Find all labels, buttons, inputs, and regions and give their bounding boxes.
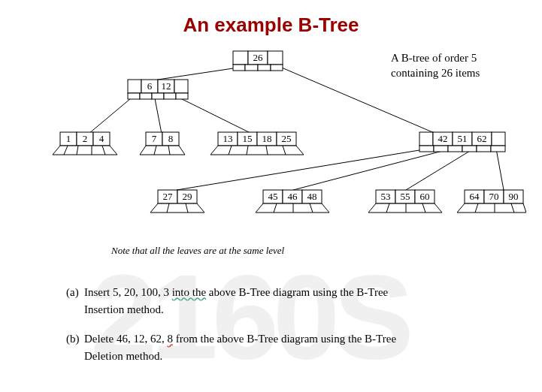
svg-text:45: 45 [268,191,278,202]
svg-rect-20 [174,80,188,93]
leaf-7-8: 78 [140,132,185,155]
note-same-level: Note that all the leaves are at the same… [111,245,284,257]
svg-text:60: 60 [420,191,430,202]
leaf-45-46-48: 454648 [256,190,329,213]
svg-text:64: 64 [470,191,480,202]
svg-text:1: 1 [66,133,71,144]
node-6-12: 6 12 [128,80,188,99]
svg-text:62: 62 [477,133,487,144]
svg-text:4: 4 [99,133,104,144]
svg-rect-37 [434,146,448,152]
svg-text:51: 51 [458,133,468,144]
svg-text:42: 42 [438,133,448,144]
qb-underline: 8 [167,333,173,345]
svg-line-3 [154,95,162,134]
svg-text:90: 90 [509,191,519,202]
question-b: (b) Delete 46, 12, 62, 8 from the above … [84,330,396,364]
svg-rect-27 [176,93,188,99]
svg-line-8 [496,149,504,190]
node-root: 26 [233,51,283,71]
question-a-label: (a) [66,284,79,301]
leaf-1-2-4: 124 [53,132,117,155]
svg-line-6 [293,149,451,190]
svg-rect-24 [140,93,152,99]
svg-marker-86 [256,204,329,213]
svg-text:18: 18 [262,133,272,144]
page-title: An example B-Tree [0,0,542,37]
leaf-53-55-60: 535560 [368,190,442,213]
svg-rect-32 [492,132,505,146]
svg-marker-48 [53,146,117,155]
svg-rect-11 [268,51,283,65]
svg-rect-40 [477,146,491,152]
qa-text-1: Insert 5, 20, 100, 3 [84,286,172,298]
svg-text:25: 25 [282,133,292,144]
svg-text:46: 46 [288,191,298,202]
svg-rect-15 [258,65,271,71]
svg-marker-77 [150,204,204,213]
svg-rect-38 [448,146,462,152]
qb-text-1: Delete 46, 12, 62, [84,333,167,345]
svg-text:7: 7 [152,133,157,144]
svg-rect-13 [233,65,245,71]
qa-underline: into the [172,286,206,298]
svg-rect-16 [271,65,283,71]
svg-text:29: 29 [183,191,192,202]
qa-text-2: above B-Tree diagram using the B-Tree [206,286,388,298]
svg-text:8: 8 [168,133,174,144]
svg-rect-26 [164,93,176,99]
svg-text:53: 53 [381,191,391,202]
svg-text:2: 2 [83,133,88,144]
svg-marker-106 [457,204,526,213]
leaf-27-29: 2729 [150,190,204,213]
svg-line-2 [89,95,135,134]
svg-line-1 [278,66,436,134]
svg-text:12: 12 [162,80,171,92]
svg-text:27: 27 [163,191,174,202]
svg-text:70: 70 [489,191,499,202]
svg-rect-28 [419,132,433,146]
qb-text-2: from the above B-Tree diagram using the … [173,333,396,345]
qa-text-3: Insertion method. [84,303,164,315]
svg-marker-57 [140,146,185,155]
svg-text:26: 26 [253,52,264,63]
svg-rect-39 [462,146,477,152]
svg-marker-68 [210,146,304,155]
leaf-13-15-18-25: 13151825 [210,132,304,155]
svg-text:55: 55 [401,191,410,202]
svg-rect-36 [419,146,434,152]
svg-line-7 [406,149,474,190]
svg-line-4 [173,95,252,134]
btree-diagram: 26 6 12 42 51 62 124 78 13151825 27 [45,44,526,239]
svg-rect-41 [491,146,505,152]
qb-text-3: Deletion method. [84,350,162,362]
question-b-label: (b) [66,330,80,348]
svg-marker-96 [368,204,442,213]
svg-rect-14 [245,65,258,71]
svg-rect-17 [128,80,141,93]
node-42-51-62: 42 51 62 [419,132,505,152]
svg-rect-23 [128,93,140,99]
svg-text:13: 13 [223,133,233,144]
svg-text:48: 48 [307,191,317,202]
svg-rect-9 [233,51,248,65]
svg-text:6: 6 [147,80,153,92]
svg-rect-25 [152,93,164,99]
question-a: (a) Insert 5, 20, 100, 3 into the above … [84,284,388,318]
svg-text:15: 15 [243,133,253,144]
leaf-64-70-90: 647090 [457,190,526,213]
